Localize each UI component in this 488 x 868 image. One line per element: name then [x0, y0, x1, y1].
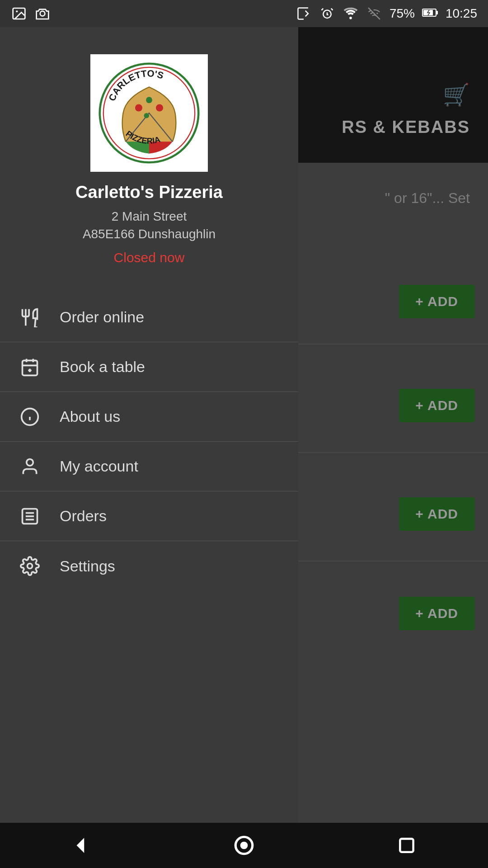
restaurant-status: Closed now	[114, 250, 185, 265]
menu-item-about-us[interactable]: About us	[0, 392, 298, 442]
order-online-label: Order online	[60, 308, 144, 326]
recent-apps-button[interactable]	[389, 827, 425, 863]
status-bar-left-icons	[11, 5, 51, 22]
alarm-icon	[319, 5, 335, 22]
nfc-icon	[296, 5, 312, 22]
wifi-icon	[343, 5, 359, 22]
svg-line-4	[321, 9, 323, 10]
svg-point-31	[28, 564, 33, 569]
svg-rect-7	[436, 11, 438, 14]
drawer-menu: Order online Book a table	[0, 292, 298, 824]
svg-point-2	[40, 11, 45, 16]
svg-point-34	[240, 842, 248, 849]
info-circle-icon	[18, 405, 42, 429]
svg-point-26	[27, 459, 33, 466]
about-us-label: About us	[60, 408, 120, 425]
svg-point-11	[135, 104, 142, 111]
svg-point-13	[156, 104, 163, 111]
svg-point-1	[16, 10, 18, 12]
home-button[interactable]	[226, 827, 262, 863]
main-layout: 🛒 RS & KEBABS " or 16"... Set + ADD + AD…	[0, 27, 488, 868]
my-account-label: My account	[60, 458, 138, 475]
status-bar: 75% 10:25	[0, 0, 488, 27]
restaurant-address-line1: 2 Main Street A85E166 Dunshaughlin	[83, 208, 216, 243]
person-icon	[18, 455, 42, 478]
back-button[interactable]	[63, 827, 99, 863]
calendar-plus-icon	[18, 355, 42, 379]
restaurant-name: Carletto's Pizzeria	[75, 183, 223, 202]
list-icon	[18, 505, 42, 528]
svg-rect-17	[23, 360, 38, 375]
menu-item-book-table[interactable]: Book a table	[0, 342, 298, 392]
menu-item-orders[interactable]: Orders	[0, 491, 298, 541]
svg-point-14	[144, 113, 150, 118]
orders-label: Orders	[60, 507, 107, 525]
camera-icon	[34, 5, 51, 22]
menu-item-order-online[interactable]: Order online	[0, 292, 298, 342]
drawer: CARLETTO'S PIZZERIA Carletto's Pizzeria …	[0, 27, 298, 868]
svg-rect-35	[400, 839, 413, 852]
battery-percentage: 75%	[389, 6, 415, 21]
settings-label: Settings	[60, 557, 115, 575]
menu-item-settings[interactable]: Settings	[0, 541, 298, 591]
svg-marker-32	[77, 838, 84, 853]
status-bar-right-icons: 75% 10:25	[296, 5, 477, 22]
drawer-logo-section: CARLETTO'S PIZZERIA Carletto's Pizzeria …	[0, 27, 298, 283]
battery-icon	[422, 6, 438, 21]
bottom-nav	[0, 823, 488, 868]
clock-time: 10:25	[446, 6, 477, 21]
gear-icon	[18, 554, 42, 578]
image-icon	[11, 5, 27, 22]
signal-icon	[366, 5, 382, 22]
svg-point-12	[146, 97, 152, 103]
menu-item-my-account[interactable]: My account	[0, 442, 298, 491]
svg-line-5	[331, 9, 333, 10]
utensils-icon	[18, 306, 42, 329]
restaurant-logo: CARLETTO'S PIZZERIA	[90, 54, 208, 172]
book-table-label: Book a table	[60, 358, 145, 376]
